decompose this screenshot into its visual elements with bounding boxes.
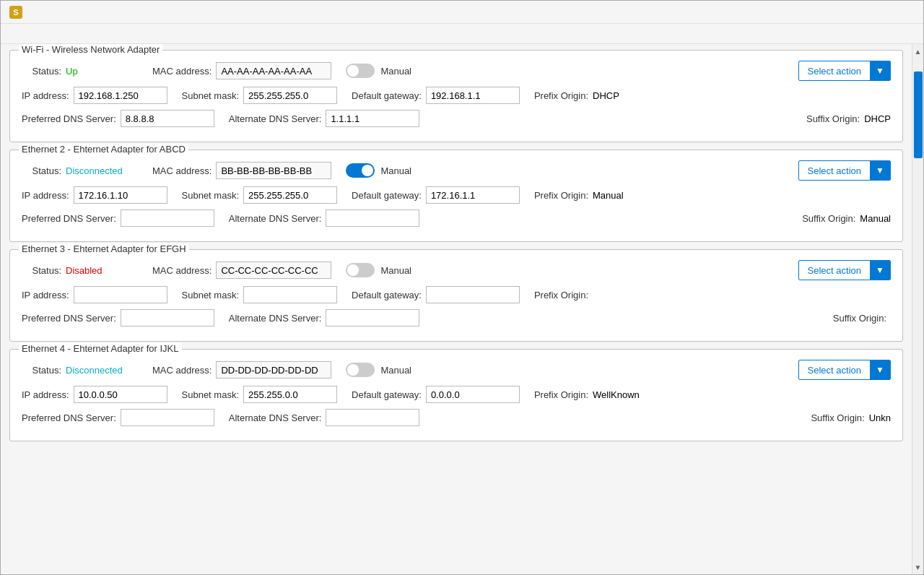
prefix-origin-value: Manual — [593, 190, 624, 201]
adapter-group-eth2: Ethernet 2 - Ehternet Adapter for ABCDSt… — [9, 150, 903, 242]
toggle-switch[interactable] — [346, 163, 375, 178]
text-field[interactable] — [426, 286, 520, 303]
adapter-row-3: Preferred DNS Server:Alternate DNS Serve… — [22, 209, 891, 227]
menu-file[interactable] — [6, 31, 21, 37]
toggle-knob — [347, 65, 359, 77]
text-field[interactable] — [426, 386, 520, 403]
minimize-button[interactable] — [842, 5, 863, 20]
field-label: Manual — [380, 165, 411, 176]
field-label: Status: — [22, 165, 61, 176]
text-field[interactable] — [121, 409, 214, 426]
field-label: Manual — [380, 66, 411, 77]
text-field[interactable] — [74, 386, 167, 403]
scrollbar[interactable]: ▲ ▼ — [912, 44, 923, 574]
adapter-row-1: Status:DisconnectedMAC address:BB-BB-BB-… — [22, 160, 891, 181]
field-label: Default gateway: — [352, 190, 422, 201]
adapter-row-1: Status:DisabledMAC address:CC-CC-CC-CC-C… — [22, 260, 891, 280]
adapter-body: Status:DisabledMAC address:CC-CC-CC-CC-C… — [10, 250, 902, 341]
field-label: Status: — [22, 66, 61, 77]
text-field[interactable] — [243, 286, 337, 303]
field-label: Prefix Origin: — [534, 90, 588, 101]
select-action-dropdown-icon[interactable]: ▼ — [870, 61, 890, 81]
adapter-title: Ethernet 2 - Ehternet Adapter for ABCD — [19, 144, 188, 155]
toggle-wrapper — [346, 64, 375, 78]
field-label: MAC address: — [152, 365, 212, 376]
text-field[interactable] — [74, 87, 167, 104]
adapter-row-2: IP address:Subnet mask:Default gateway:P… — [22, 87, 891, 104]
text-field[interactable] — [121, 110, 214, 127]
field-label: Manual — [380, 365, 411, 376]
prefix-origin-value: DHCP — [593, 90, 619, 101]
toggle-switch[interactable] — [346, 263, 375, 277]
app-icon: S — [9, 6, 22, 19]
mac-address-field: AA-AA-AA-AA-AA-AA — [216, 62, 331, 79]
field-label: Alternate DNS Server: — [229, 412, 322, 423]
select-action-button[interactable]: Select action▼ — [798, 260, 891, 280]
select-action-dropdown-icon[interactable]: ▼ — [870, 260, 890, 280]
maximize-button[interactable] — [868, 5, 889, 20]
text-field[interactable] — [326, 209, 419, 227]
field-label: Suffix Origin: — [811, 412, 864, 423]
text-field[interactable] — [74, 286, 167, 303]
select-action-button[interactable]: Select action▼ — [798, 61, 891, 81]
adapter-body: Status:UpMAC address:AA-AA-AA-AA-AA-AAMa… — [10, 51, 902, 142]
close-button[interactable] — [894, 5, 915, 20]
adapter-row-2: IP address:Subnet mask:Default gateway:P… — [22, 286, 891, 303]
field-label: Status: — [22, 365, 61, 376]
field-label: Alternate DNS Server: — [229, 113, 322, 124]
text-field[interactable] — [426, 186, 520, 204]
prefix-origin-value: WellKnown — [593, 389, 640, 400]
field-label: Subnet mask: — [182, 290, 240, 301]
menu-bar — [1, 24, 923, 44]
main-scroll-area[interactable]: Wi-Fi - Wireless Network AdapterStatus:U… — [1, 44, 912, 574]
title-bar: S — [1, 1, 923, 24]
text-field[interactable] — [243, 186, 337, 204]
field-label: Preferred DNS Server: — [22, 213, 116, 224]
field-label: Alternate DNS Server: — [229, 213, 322, 224]
field-label: Prefix Origin: — [534, 190, 588, 201]
toggle-wrapper — [346, 263, 375, 277]
select-action-dropdown-icon[interactable]: ▼ — [870, 160, 890, 181]
scrollbar-thumb[interactable] — [914, 72, 923, 158]
adapter-body: Status:DisconnectedMAC address:DD-DD-DD-… — [10, 350, 902, 441]
field-label: Default gateway: — [352, 90, 422, 101]
text-field[interactable] — [326, 409, 419, 426]
adapter-title: Ethernet 4 - Ehternet Adapter for IJKL — [19, 343, 182, 354]
select-action-label: Select action — [799, 63, 870, 79]
select-action-button[interactable]: Select action▼ — [798, 160, 891, 181]
text-field[interactable] — [326, 309, 419, 327]
text-field[interactable] — [426, 87, 520, 104]
menu-edit[interactable] — [21, 31, 35, 37]
window-controls — [842, 5, 915, 20]
adapter-group-eth4: Ethernet 4 - Ehternet Adapter for IJKLSt… — [9, 349, 903, 441]
adapter-row-3: Preferred DNS Server:Alternate DNS Serve… — [22, 309, 891, 327]
adapter-group-eth3: Ethernet 3 - Ehternet Adapter for EFGHSt… — [9, 249, 903, 342]
field-label: Suffix Origin: — [833, 313, 886, 324]
text-field[interactable] — [326, 110, 419, 127]
field-label: Prefix Origin: — [534, 389, 588, 400]
mac-address-field: BB-BB-BB-BB-BB-BB — [216, 162, 331, 179]
adapter-row-2: IP address:Subnet mask:Default gateway:P… — [22, 386, 891, 403]
menu-help[interactable] — [35, 31, 50, 37]
toggle-wrapper — [346, 163, 375, 178]
scroll-up-arrow[interactable]: ▲ — [912, 46, 924, 57]
field-label: Preferred DNS Server: — [22, 412, 116, 423]
toggle-switch[interactable] — [346, 64, 375, 78]
select-action-dropdown-icon[interactable]: ▼ — [870, 360, 890, 380]
field-label: MAC address: — [152, 165, 212, 176]
text-field[interactable] — [243, 386, 337, 403]
field-label: MAC address: — [152, 265, 212, 276]
field-label: Prefix Origin: — [534, 290, 588, 301]
text-field[interactable] — [74, 186, 167, 204]
field-label: Status: — [22, 265, 61, 276]
text-field[interactable] — [243, 87, 337, 104]
toggle-switch[interactable] — [346, 363, 375, 377]
content-area: Wi-Fi - Wireless Network AdapterStatus:U… — [1, 44, 923, 574]
text-field[interactable] — [121, 209, 214, 227]
adapter-row-3: Preferred DNS Server:Alternate DNS Serve… — [22, 110, 891, 127]
mac-address-field: DD-DD-DD-DD-DD-DD — [216, 361, 331, 379]
text-field[interactable] — [121, 309, 214, 327]
scroll-down-arrow[interactable]: ▼ — [912, 561, 924, 573]
toggle-wrapper — [346, 363, 375, 377]
select-action-button[interactable]: Select action▼ — [798, 360, 891, 380]
